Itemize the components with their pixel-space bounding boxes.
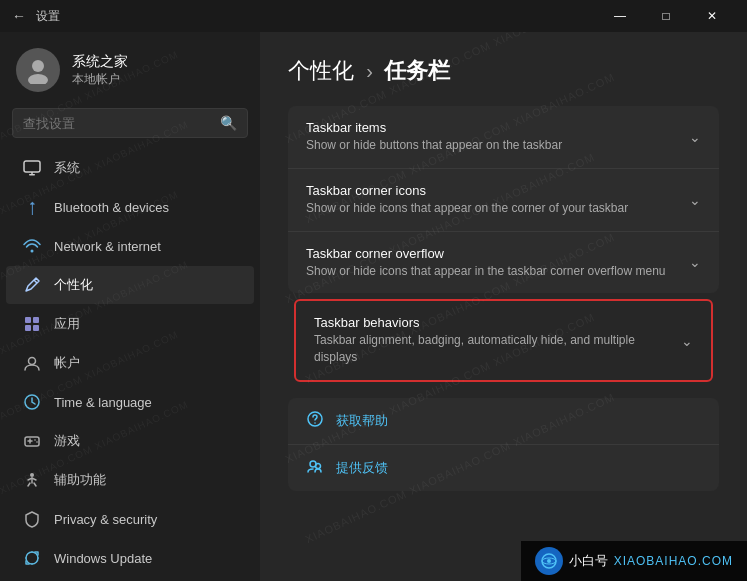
taskbar-items-item[interactable]: Taskbar items Show or hide buttons that … xyxy=(288,106,719,169)
taskbar-items-desc: Show or hide buttons that appear on the … xyxy=(306,137,679,154)
taskbar-corner-icons-title: Taskbar corner icons xyxy=(306,183,679,198)
window-controls: — □ ✕ xyxy=(597,0,735,32)
svg-rect-7 xyxy=(25,317,31,323)
apps-icon xyxy=(22,314,42,334)
nav-list: 系统 ⭡ Bluetooth & devices Network & inter… xyxy=(0,146,260,581)
feedback-item[interactable]: 提供反馈 xyxy=(288,445,719,491)
brand-name-en: XIAOBAIHAO.COM xyxy=(614,554,733,568)
sidebar-item-label-accessibility: 辅助功能 xyxy=(54,471,106,489)
svg-point-18 xyxy=(30,473,34,477)
personalization-icon xyxy=(22,275,42,295)
get-help-label: 获取帮助 xyxy=(336,412,388,430)
search-box[interactable]: 🔍 xyxy=(12,108,248,138)
taskbar-corner-overflow-item[interactable]: Taskbar corner overflow Show or hide ico… xyxy=(288,232,719,294)
taskbar-corner-icons-desc: Show or hide icons that appear on the co… xyxy=(306,200,679,217)
taskbar-corner-icons-item[interactable]: Taskbar corner icons Show or hide icons … xyxy=(288,169,719,232)
breadcrumb-parent: 个性化 xyxy=(288,58,354,83)
chevron-down-icon-1: ⌄ xyxy=(689,192,701,208)
sidebar-item-privacy[interactable]: Privacy & security xyxy=(6,500,254,538)
svg-point-17 xyxy=(36,441,38,443)
user-info: 系统之家 本地帐户 xyxy=(72,53,128,88)
network-icon xyxy=(22,236,42,256)
sidebar-item-update[interactable]: Windows Update xyxy=(6,539,254,577)
svg-rect-8 xyxy=(33,317,39,323)
taskbar-behaviors-container: Taskbar behaviors Taskbar alignment, bad… xyxy=(288,299,719,382)
system-icon xyxy=(22,158,42,178)
taskbar-corner-overflow-desc: Show or hide icons that appear in the ta… xyxy=(306,263,679,280)
user-section: 系统之家 本地帐户 xyxy=(0,32,260,104)
window-title: 设置 xyxy=(36,8,60,25)
sidebar-item-label-network: Network & internet xyxy=(54,239,161,254)
title-bar: ← 设置 — □ ✕ xyxy=(0,0,747,32)
svg-rect-2 xyxy=(24,161,40,172)
svg-line-6 xyxy=(34,280,37,283)
brand-icon xyxy=(535,547,563,575)
settings-sections: Taskbar items Show or hide buttons that … xyxy=(288,106,719,293)
time-icon xyxy=(22,392,42,412)
sidebar-item-label-bluetooth: Bluetooth & devices xyxy=(54,200,169,215)
feedback-label: 提供反馈 xyxy=(336,459,388,477)
svg-point-20 xyxy=(314,422,316,424)
svg-point-24 xyxy=(547,559,551,563)
taskbar-items-title: Taskbar items xyxy=(306,120,679,135)
privacy-icon xyxy=(22,509,42,529)
svg-point-22 xyxy=(316,463,321,468)
avatar xyxy=(16,48,60,92)
content-area: 个性化 › 任务栏 Taskbar items Show or hide but… xyxy=(260,32,747,581)
taskbar-behaviors-item[interactable]: Taskbar behaviors Taskbar alignment, bad… xyxy=(294,299,713,382)
title-bar-left: ← 设置 xyxy=(12,8,60,25)
sidebar-item-gaming[interactable]: 游戏 xyxy=(6,422,254,460)
taskbar-behaviors-title: Taskbar behaviors xyxy=(314,315,671,330)
sidebar-item-personalization[interactable]: 个性化 xyxy=(6,266,254,304)
svg-point-1 xyxy=(28,74,48,84)
search-input[interactable] xyxy=(23,116,212,131)
breadcrumb: 个性化 › 任务栏 xyxy=(288,56,719,86)
accounts-icon xyxy=(22,353,42,373)
user-subtitle: 本地帐户 xyxy=(72,71,128,88)
chevron-down-icon-2: ⌄ xyxy=(689,254,701,270)
sidebar-item-label-time: Time & language xyxy=(54,395,152,410)
chevron-down-icon-0: ⌄ xyxy=(689,129,701,145)
sidebar-item-apps[interactable]: 应用 xyxy=(6,305,254,343)
get-help-icon xyxy=(306,410,324,432)
breadcrumb-separator: › xyxy=(366,60,378,82)
user-name: 系统之家 xyxy=(72,53,128,71)
main-layout: 系统之家 本地帐户 🔍 系统 ⭡ Bluetooth & devices xyxy=(0,32,747,581)
breadcrumb-current: 任务栏 xyxy=(384,58,450,83)
sidebar-item-label-personalization: 个性化 xyxy=(54,276,93,294)
brand-name-cn: 小白号 xyxy=(569,552,608,570)
sidebar-item-label-gaming: 游戏 xyxy=(54,432,80,450)
maximize-button[interactable]: □ xyxy=(643,0,689,32)
sidebar-item-time[interactable]: Time & language xyxy=(6,383,254,421)
sidebar-item-label-apps: 应用 xyxy=(54,315,80,333)
update-icon xyxy=(22,548,42,568)
brand-bar: 小白号 XIAOBAIHAO.COM xyxy=(521,541,747,581)
sidebar-item-label-system: 系统 xyxy=(54,159,80,177)
get-help-item[interactable]: 获取帮助 xyxy=(288,398,719,445)
svg-rect-10 xyxy=(33,325,39,331)
sidebar-item-accessibility[interactable]: 辅助功能 xyxy=(6,461,254,499)
sidebar-item-bluetooth[interactable]: ⭡ Bluetooth & devices xyxy=(6,188,254,226)
help-section: 获取帮助 提供反馈 xyxy=(288,398,719,491)
sidebar-item-accounts[interactable]: 帐户 xyxy=(6,344,254,382)
sidebar-item-network[interactable]: Network & internet xyxy=(6,227,254,265)
sidebar-item-system[interactable]: 系统 xyxy=(6,149,254,187)
svg-rect-3 xyxy=(29,174,35,176)
accessibility-icon xyxy=(22,470,42,490)
svg-point-11 xyxy=(29,358,36,365)
search-icon: 🔍 xyxy=(220,115,237,131)
svg-point-16 xyxy=(34,439,36,441)
taskbar-corner-overflow-title: Taskbar corner overflow xyxy=(306,246,679,261)
minimize-button[interactable]: — xyxy=(597,0,643,32)
taskbar-behaviors-desc: Taskbar alignment, badging, automaticall… xyxy=(314,332,671,366)
sidebar-item-label-privacy: Privacy & security xyxy=(54,512,157,527)
sidebar-item-label-accounts: 帐户 xyxy=(54,354,80,372)
sidebar: 系统之家 本地帐户 🔍 系统 ⭡ Bluetooth & devices xyxy=(0,32,260,581)
sidebar-item-label-update: Windows Update xyxy=(54,551,152,566)
chevron-down-icon-3: ⌄ xyxy=(681,333,693,349)
back-button[interactable]: ← xyxy=(12,8,26,24)
close-button[interactable]: ✕ xyxy=(689,0,735,32)
bluetooth-icon: ⭡ xyxy=(22,197,42,217)
gaming-icon xyxy=(22,431,42,451)
svg-point-5 xyxy=(31,250,34,253)
